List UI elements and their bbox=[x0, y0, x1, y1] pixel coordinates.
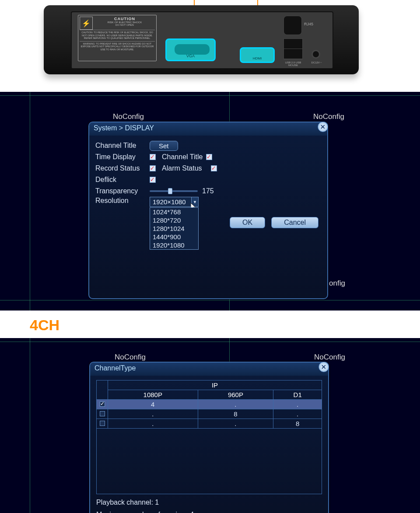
table-cell: . bbox=[273, 400, 322, 409]
resolution-option-list: 1024*7681280*7201280*10241440*9001920*10… bbox=[150, 207, 199, 250]
noconfig-label: NoConfig bbox=[314, 353, 345, 362]
resolution-option[interactable]: 1280*1024 bbox=[150, 224, 198, 233]
noconfig-label: NoConfig bbox=[313, 112, 344, 121]
section-heading-4ch: 4CH bbox=[0, 311, 420, 338]
nvr-screen-display: NoConfig NoConfig onfig System > DISPLAY… bbox=[0, 92, 420, 311]
close-icon: ✕ bbox=[321, 363, 326, 370]
table-cell: 8 bbox=[273, 419, 322, 429]
channeltype-dialog: ChannelType ✕ IP 1080P960PD1 4...8...8 P… bbox=[89, 362, 329, 513]
channel-title-checkbox[interactable] bbox=[206, 154, 212, 160]
time-display-checkbox[interactable] bbox=[150, 154, 156, 160]
grid-line bbox=[30, 338, 30, 513]
noconfig-partial-label: onfig bbox=[329, 279, 345, 288]
close-button[interactable]: ✕ bbox=[318, 122, 328, 132]
resolution-selected-text: 1920×1080 bbox=[153, 198, 186, 206]
record-status-checkbox[interactable] bbox=[150, 165, 156, 171]
table-cell: . bbox=[198, 419, 273, 429]
dialog-titlebar: ChannelType ✕ bbox=[90, 363, 328, 376]
row-checkbox[interactable] bbox=[100, 401, 105, 407]
dc-label: DC12V ⎓ bbox=[309, 61, 325, 64]
record-status-label: Record Status bbox=[95, 164, 146, 172]
caution-warn1: CAUTION: TO REDUCE THE RISK OF ELECTRICA… bbox=[80, 30, 155, 40]
dialog-title: ChannelType bbox=[94, 364, 136, 372]
noconfig-label: NoConfig bbox=[115, 353, 146, 362]
heading-text: 4CH bbox=[30, 317, 60, 333]
channel-title-label: Channel Title bbox=[95, 142, 146, 150]
resolution-selected[interactable]: 1920×1080 ▼ bbox=[150, 197, 199, 207]
table-row[interactable]: .8. bbox=[97, 409, 322, 419]
channel-title-chk-label: Channel Title bbox=[162, 153, 203, 161]
dialog-footer: OK Cancel bbox=[89, 213, 327, 234]
table-cell: 4 bbox=[108, 400, 198, 409]
grid-line bbox=[30, 92, 30, 311]
transparency-value: 175 bbox=[202, 187, 214, 195]
max-preview-info: Maximum number of preview: 4 bbox=[96, 511, 322, 513]
table-cell: . bbox=[108, 419, 198, 429]
ip-header: IP bbox=[108, 380, 322, 390]
close-button[interactable]: ✕ bbox=[318, 362, 329, 372]
channel-type-table: IP 1080P960PD1 4...8...8 bbox=[96, 380, 322, 494]
column-header: 960P bbox=[198, 390, 273, 400]
row-checkbox[interactable] bbox=[100, 421, 105, 426]
table-cell: . bbox=[108, 409, 198, 419]
resolution-dropdown[interactable]: 1920×1080 ▼ 1024*7681280*7201280*1024144… bbox=[150, 197, 199, 207]
dialog-body: Channel Title Set Time Display Channel T… bbox=[89, 136, 327, 213]
resolution-label: Resolution bbox=[95, 197, 146, 205]
resolution-option[interactable]: 1440*900 bbox=[150, 233, 198, 241]
grid-line bbox=[0, 300, 420, 300]
resolution-option[interactable]: 1280*720 bbox=[150, 216, 198, 224]
device-back-panel: ⚡ CAUTION RISK OF ELECTRIC SHOCK DO NOT … bbox=[0, 0, 420, 92]
table-cell: 8 bbox=[198, 409, 273, 419]
dc-jack bbox=[312, 50, 320, 59]
dialog-body: IP 1080P960PD1 4...8...8 Playback channe… bbox=[90, 376, 328, 513]
chevron-down-icon: ▼ bbox=[191, 197, 198, 206]
usb-label: USB 2.0 USB MOUSE bbox=[284, 61, 303, 66]
nvr-screen-channeltype: NoConfig NoConfig ChannelType ✕ IP 1080P… bbox=[0, 338, 420, 513]
nvr-device-body: ⚡ CAUTION RISK OF ELECTRIC SHOCK DO NOT … bbox=[44, 5, 359, 74]
noconfig-label: NoConfig bbox=[113, 112, 144, 121]
resolution-option[interactable]: 1920*1080 bbox=[150, 241, 198, 249]
hazard-icon: ⚡ bbox=[80, 17, 93, 30]
time-display-label: Time Display bbox=[95, 153, 146, 161]
dialog-titlebar: System > DISPLAY ✕ bbox=[89, 122, 327, 136]
set-button[interactable]: Set bbox=[150, 141, 178, 151]
deflick-label: Deflick bbox=[95, 176, 146, 184]
hdmi-port bbox=[240, 47, 275, 63]
resolution-option[interactable]: 1024*768 bbox=[150, 208, 198, 216]
table-cell: . bbox=[198, 400, 273, 409]
dialog-title: System > DISPLAY bbox=[94, 124, 154, 132]
table-empty-area bbox=[97, 429, 322, 494]
vga-port bbox=[165, 38, 216, 61]
ok-button[interactable]: OK bbox=[230, 217, 265, 228]
column-header: D1 bbox=[273, 390, 322, 400]
usb-ports bbox=[284, 38, 303, 59]
row-checkbox[interactable] bbox=[100, 411, 105, 416]
table-row[interactable]: ..8 bbox=[97, 419, 322, 429]
slider-thumb[interactable] bbox=[168, 188, 172, 194]
table-row[interactable]: 4.. bbox=[97, 400, 322, 409]
display-settings-dialog: System > DISPLAY ✕ Channel Title Set Tim… bbox=[88, 122, 328, 299]
grid-line bbox=[0, 95, 420, 96]
grid-line bbox=[0, 342, 420, 342]
cancel-button[interactable]: Cancel bbox=[271, 217, 318, 228]
caution-warn2: WARNING: TO PREVENT FIRE OR SHOCK HAZARD… bbox=[80, 41, 155, 51]
rj45-port bbox=[284, 16, 302, 35]
playback-info: Playback channel: 1 bbox=[96, 499, 322, 506]
transparency-slider[interactable] bbox=[150, 190, 198, 192]
alarm-status-label: Alarm Status bbox=[162, 164, 202, 172]
deflick-checkbox[interactable] bbox=[150, 177, 156, 183]
close-icon: ✕ bbox=[320, 123, 326, 130]
table-cell: . bbox=[273, 409, 322, 419]
transparency-label: Transparency bbox=[95, 187, 146, 195]
alarm-status-checkbox[interactable] bbox=[211, 165, 217, 171]
column-header: 1080P bbox=[108, 390, 198, 400]
caution-label: ⚡ CAUTION RISK OF ELECTRIC SHOCK DO NOT … bbox=[78, 15, 157, 61]
rj45-label: RJ45 bbox=[304, 22, 313, 26]
